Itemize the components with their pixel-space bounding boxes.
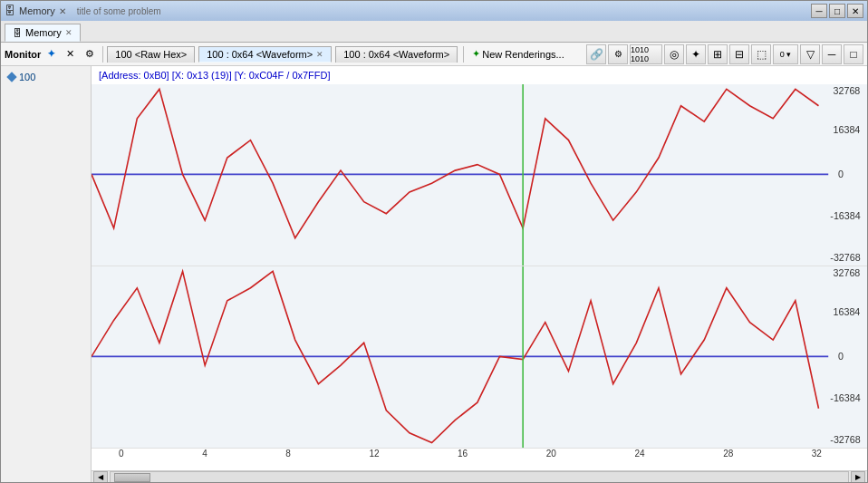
svg-text:-16384: -16384 bbox=[830, 392, 860, 403]
diamond-icon bbox=[6, 72, 16, 82]
plus-icon: ✦ bbox=[472, 48, 480, 60]
x-label-8: 8 bbox=[285, 449, 291, 459]
top-right-toolbar: 🔗 ⚙ 1010 1010 ◎ ✦ ⊞ ⊟ ⬚ 0 ▾ ▽ ─ □ bbox=[586, 44, 863, 64]
waveform-tab-active[interactable]: 100 : 0x64 <Waveform> ✕ bbox=[198, 46, 332, 63]
window-tab-close[interactable]: ✕ bbox=[59, 6, 66, 16]
add-icon: ✦ bbox=[47, 48, 55, 60]
sidebar-item-100[interactable]: 100 bbox=[5, 70, 87, 84]
waveform-tab-2[interactable]: 100 : 0x64 <Waveform> bbox=[335, 46, 458, 63]
svg-text:0: 0 bbox=[838, 169, 844, 179]
svg-text:16384: 16384 bbox=[834, 124, 861, 135]
title-bar-left: 🗄 Memory ✕ title of some problem bbox=[5, 5, 161, 17]
main-content: 100 [Address: 0xB0] [X: 0x13 (19)] [Y: 0… bbox=[1, 66, 867, 482]
close-icon: ✕ bbox=[66, 48, 74, 60]
bits-display[interactable]: 1010 1010 bbox=[630, 44, 662, 64]
grid-icon-btn[interactable]: ⊟ bbox=[729, 44, 749, 64]
x-label-16: 16 bbox=[458, 449, 468, 459]
memory-tab-close[interactable]: ✕ bbox=[65, 28, 72, 37]
svg-text:-16384: -16384 bbox=[830, 210, 860, 221]
scroll-right-button[interactable]: ▶ bbox=[851, 471, 865, 482]
window-icon: 🗄 bbox=[5, 5, 15, 17]
scroll-track[interactable] bbox=[110, 471, 849, 482]
title-bar-buttons: ─ □ ✕ bbox=[811, 4, 863, 18]
sun-icon-btn[interactable]: ✦ bbox=[686, 44, 706, 64]
main-window: 🗄 Memory ✕ title of some problem ─ □ ✕ 🗄… bbox=[0, 0, 868, 483]
chart-1-wrapper: 32768 16384 0 -16384 -32768 bbox=[92, 84, 867, 266]
target-icon-btn[interactable]: ◎ bbox=[664, 44, 684, 64]
monitor-label: Monitor bbox=[5, 49, 41, 60]
layout-icon-btn[interactable]: ⬚ bbox=[751, 44, 771, 64]
cpu-icon-btn[interactable]: ⚙ bbox=[608, 44, 628, 64]
x-label-24: 24 bbox=[634, 449, 644, 459]
settings-monitor-button[interactable]: ⚙ bbox=[81, 45, 99, 63]
svg-text:16384: 16384 bbox=[834, 306, 861, 317]
svg-text:-32768: -32768 bbox=[830, 251, 860, 262]
monitor-toolbar: Monitor ✦ ✕ ⚙ 100 <Raw Hex> 100 : 0x64 <… bbox=[1, 43, 867, 66]
toolbar-separator bbox=[102, 46, 103, 63]
memory-tab-icon: 🗄 bbox=[13, 28, 22, 38]
x-label-4: 4 bbox=[202, 449, 207, 459]
x-axis-labels: 0 4 8 12 16 20 24 28 32 bbox=[119, 449, 822, 459]
settings-icon: ⚙ bbox=[85, 48, 94, 60]
svg-text:32768: 32768 bbox=[834, 85, 861, 96]
link-icon-btn[interactable]: 🔗 bbox=[586, 44, 606, 64]
max-btn[interactable]: □ bbox=[844, 44, 863, 64]
minimize-button[interactable]: ─ bbox=[811, 4, 827, 18]
add-monitor-button[interactable]: ✦ bbox=[43, 45, 60, 63]
sidebar-item-label: 100 bbox=[19, 72, 35, 82]
new-renderings-button[interactable]: ✦ New Renderings... bbox=[468, 45, 569, 63]
svg-text:32768: 32768 bbox=[834, 267, 861, 278]
svg-text:0: 0 bbox=[838, 351, 844, 362]
chart-2-svg[interactable]: 32768 16384 0 -16384 -32768 bbox=[92, 266, 867, 448]
badge-icon-btn[interactable]: 0 ▾ bbox=[773, 44, 798, 64]
svg-text:-32768: -32768 bbox=[830, 433, 860, 444]
sidebar: 100 bbox=[1, 66, 92, 482]
tab-memory[interactable]: 🗄 Memory ✕ bbox=[5, 24, 81, 42]
x-label-12: 12 bbox=[369, 449, 379, 459]
memory-tab-label: Memory bbox=[25, 27, 62, 38]
x-label-28: 28 bbox=[723, 449, 733, 459]
title-extra: title of some problem bbox=[77, 6, 161, 16]
charts-container: 32768 16384 0 -16384 -32768 bbox=[92, 84, 867, 470]
window-title: Memory bbox=[19, 5, 55, 16]
raw-hex-tab[interactable]: 100 <Raw Hex> bbox=[107, 46, 195, 63]
close-monitor-button[interactable]: ✕ bbox=[62, 45, 79, 63]
scroll-left-button[interactable]: ◀ bbox=[93, 471, 108, 482]
waveform-tab-close[interactable]: ✕ bbox=[316, 50, 323, 59]
x-label-20: 20 bbox=[546, 449, 556, 459]
table-icon-btn[interactable]: ⊞ bbox=[708, 44, 728, 64]
tab-bar: 🗄 Memory ✕ bbox=[1, 21, 867, 43]
chart-area: [Address: 0xB0] [X: 0x13 (19)] [Y: 0xC04… bbox=[92, 66, 867, 482]
maximize-button[interactable]: □ bbox=[829, 4, 845, 18]
chart-header: [Address: 0xB0] [X: 0x13 (19)] [Y: 0xC04… bbox=[92, 66, 867, 84]
x-axis: 0 4 8 12 16 20 24 28 32 bbox=[92, 449, 867, 470]
scrollbar[interactable]: ◀ ▶ bbox=[92, 470, 867, 482]
min-btn[interactable]: ─ bbox=[822, 44, 842, 64]
chart-header-text: [Address: 0xB0] [X: 0x13 (19)] [Y: 0xC04… bbox=[99, 70, 331, 81]
toolbar-separator-2 bbox=[463, 46, 464, 63]
scroll-thumb[interactable] bbox=[114, 473, 150, 482]
x-label-32: 32 bbox=[812, 449, 822, 459]
chart-1-svg[interactable]: 32768 16384 0 -16384 -32768 bbox=[92, 84, 867, 266]
close-button[interactable]: ✕ bbox=[847, 4, 863, 18]
x-label-0: 0 bbox=[119, 449, 124, 459]
dropdown1-btn[interactable]: ▽ bbox=[800, 44, 820, 64]
title-bar: 🗄 Memory ✕ title of some problem ─ □ ✕ bbox=[1, 1, 867, 21]
chart-2-wrapper: 32768 16384 0 -16384 -32768 bbox=[92, 266, 867, 449]
